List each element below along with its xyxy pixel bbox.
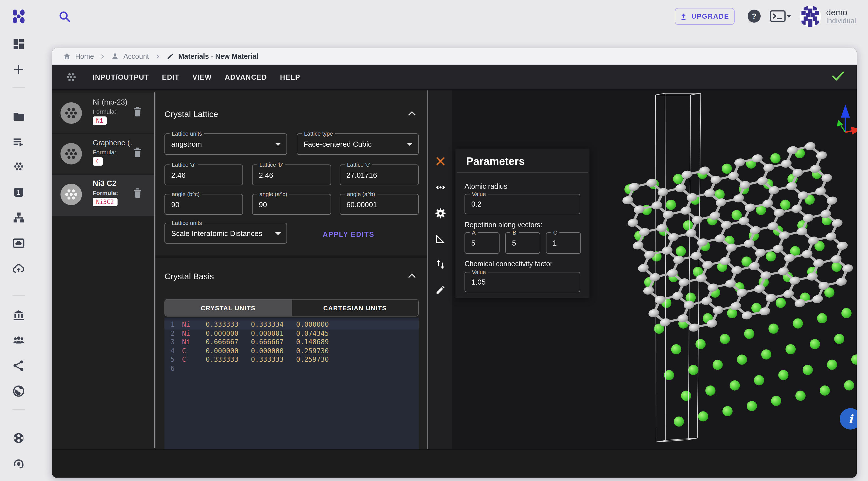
sidebar-divider (12, 87, 25, 88)
delete-icon[interactable] (133, 187, 143, 198)
settings-icon[interactable] (435, 208, 446, 219)
upgrade-label: UPGRADE (691, 12, 729, 20)
breadcrumb-account[interactable]: Account (111, 52, 149, 60)
atomic-radius-label: Atomic radius (465, 183, 507, 190)
support-icon[interactable] (12, 457, 25, 470)
scale-units-select[interactable]: Lattice units Scale Interatomic Distance… (164, 223, 287, 244)
material-avatar (60, 143, 82, 164)
helm-icon[interactable] (12, 431, 25, 445)
user-name: demo (826, 7, 856, 17)
apply-edits-button[interactable]: APPLY EDITS (323, 231, 374, 239)
upgrade-button[interactable]: UPGRADE (675, 8, 735, 25)
form-scrollbar[interactable] (427, 90, 428, 449)
field-value: 5 (512, 239, 516, 247)
edit-icon[interactable] (435, 284, 446, 295)
collapse-chevron-icon[interactable] (407, 273, 416, 279)
chevron-down-icon (275, 232, 281, 235)
user-menu[interactable]: demo Individual (800, 5, 856, 28)
field-label: angle (a^b) (345, 191, 377, 198)
folder-icon[interactable] (12, 110, 25, 123)
field-value: 60.00001 (346, 200, 377, 209)
material-name: Graphene (… (93, 139, 133, 147)
parameters-panel: Parameters Atomic radius Value 0.2 Repet… (456, 149, 589, 298)
chevron-down-icon (407, 143, 412, 146)
formula-label: Formula: (93, 189, 118, 196)
angle-bc-input[interactable]: angle (b^c) 90 (164, 194, 243, 215)
help-button[interactable]: ? (748, 10, 761, 23)
import-export-icon[interactable] (435, 259, 446, 270)
material-item-graphene[interactable]: Graphene (… Formula: C (52, 134, 154, 174)
lattice-b-input[interactable]: Lattice 'b' 2.46 (252, 164, 331, 185)
materials-list: Ni (mp-23) Formula: Ni Graphene (… Formu… (52, 90, 155, 449)
repetition-label: Repetition along vectors: (465, 221, 542, 229)
connectivity-label: Chemical connectivity factor (465, 260, 552, 268)
media-cloud-icon[interactable] (12, 236, 25, 250)
delete-icon[interactable] (133, 106, 143, 116)
tab-crystal-units[interactable]: CRYSTAL UNITS (165, 300, 291, 316)
axes-gizmo (837, 104, 857, 134)
editor-footer (52, 449, 857, 478)
menu-view[interactable]: VIEW (192, 73, 212, 81)
field-value: 1 (553, 239, 557, 247)
menu-advanced[interactable]: ADVANCED (225, 73, 267, 81)
menu-help[interactable]: HELP (280, 73, 300, 81)
lattice-c-input[interactable]: Lattice 'c' 27.01716 (340, 164, 419, 185)
menu-edit[interactable]: EDIT (162, 73, 179, 81)
lattice-type-select[interactable]: Lattice type Face-centered Cubic (297, 133, 419, 155)
atomic-radius-input[interactable]: Value 0.2 (465, 194, 580, 214)
add-icon[interactable] (12, 63, 25, 76)
angle-ac-input[interactable]: angle (a^c) 90 (252, 194, 331, 215)
materials-scrollbar[interactable] (154, 92, 155, 448)
basis-code-editor[interactable]: 1Ni0.3333330.3333340.000000 2Ni0.0000000… (164, 318, 419, 449)
angle-ab-input[interactable]: angle (a^b) 60.00001 (340, 194, 419, 215)
cloud-upload-icon[interactable] (12, 262, 25, 276)
field-value: 2.46 (171, 171, 186, 179)
field-label: B (510, 229, 519, 236)
dashboard-icon[interactable] (12, 37, 25, 51)
field-label: Value (470, 269, 488, 275)
visibility-icon[interactable] (435, 182, 446, 193)
material-form-panel: Crystal Lattice Lattice units angstrom L… (155, 90, 428, 449)
material-item-ni[interactable]: Ni (mp-23) Formula: Ni (52, 93, 154, 133)
measure-icon[interactable] (435, 234, 446, 244)
code-line: 6 (164, 364, 419, 373)
repetition-c-input[interactable]: C 1 (546, 232, 581, 254)
sidebar-nav: 1 (0, 33, 37, 481)
field-value: 5 (471, 239, 475, 247)
field-value: 1.05 (471, 278, 486, 286)
menu-input-output[interactable]: INPUT/OUTPUT (93, 73, 149, 81)
collapse-chevron-icon[interactable] (407, 111, 416, 116)
save-check-icon[interactable] (831, 69, 845, 83)
field-label: Lattice 'c' (345, 161, 372, 168)
playlist-play-icon[interactable] (12, 136, 25, 149)
badge-1-icon[interactable]: 1 (12, 185, 25, 199)
upload-icon (680, 12, 687, 21)
lattice-a-input[interactable]: Lattice 'a' 2.46 (164, 164, 243, 185)
terminal-menu-button[interactable] (770, 10, 791, 23)
search-icon[interactable] (58, 10, 71, 23)
repetition-b-input[interactable]: B 5 (505, 232, 540, 254)
connectivity-input[interactable]: Value 1.05 (465, 272, 580, 292)
breadcrumb-home[interactable]: Home (63, 52, 94, 60)
delete-icon[interactable] (133, 146, 143, 157)
code-line: 5C0.3333330.3333330.259730 (164, 356, 419, 364)
tab-cartesian-units[interactable]: CARTESIAN UNITS (291, 300, 418, 316)
material-item-ni3c2[interactable]: Ni3 C2 Formula: Ni3C2 (52, 175, 154, 216)
lattice-units-select[interactable]: Lattice units angstrom (164, 133, 287, 155)
people-icon[interactable] (12, 333, 25, 347)
molecule-icon[interactable] (12, 160, 25, 174)
globe-icon[interactable] (12, 384, 25, 398)
field-label: Lattice units (169, 130, 204, 137)
field-label: Value (470, 191, 488, 198)
info-icon: i (848, 412, 853, 426)
mat3ra-logo-icon (11, 9, 26, 24)
field-label: Lattice units (169, 219, 204, 227)
viewer-toolbar (428, 90, 452, 449)
hierarchy-icon[interactable] (12, 211, 25, 224)
share-icon[interactable] (12, 359, 25, 372)
sidebar-divider (12, 295, 25, 296)
bank-icon[interactable] (12, 309, 25, 322)
repetition-a-input[interactable]: A 5 (465, 232, 500, 254)
sidebar-divider (12, 409, 25, 410)
close-icon[interactable] (435, 156, 446, 167)
